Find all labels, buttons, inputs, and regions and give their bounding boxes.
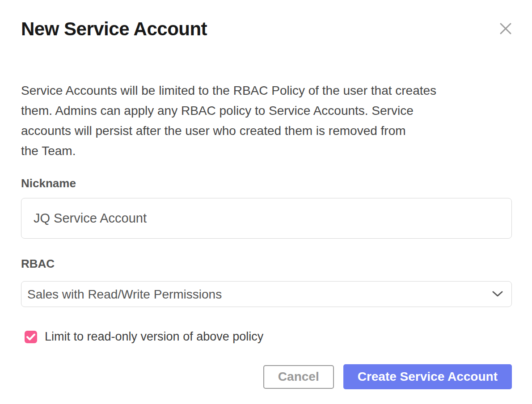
nickname-label: Nickname xyxy=(21,177,512,189)
checkmark-icon xyxy=(26,333,35,341)
description-line: Service Accounts will be limited to the … xyxy=(21,80,512,101)
readonly-checkbox-row: Limit to read-only version of above poli… xyxy=(25,330,512,344)
close-icon xyxy=(499,22,512,35)
cancel-button[interactable]: Cancel xyxy=(263,365,334,389)
close-button[interactable] xyxy=(498,21,513,36)
rbac-select-wrap: Sales with Read/Write Permissions xyxy=(21,281,512,307)
dialog-footer: Cancel Create Service Account xyxy=(21,364,512,389)
readonly-checkbox[interactable] xyxy=(25,331,37,343)
nickname-input[interactable] xyxy=(21,198,512,239)
description-text: Service Accounts will be limited to the … xyxy=(21,80,512,161)
page-title: New Service Account xyxy=(21,19,512,39)
description-line: them. Admins can apply any RBAC policy t… xyxy=(21,101,512,121)
create-service-account-button[interactable]: Create Service Account xyxy=(343,364,512,389)
description-line: the Team. xyxy=(21,141,512,161)
rbac-label: RBAC xyxy=(21,257,512,270)
new-service-account-dialog: New Service Account Service Accounts wil… xyxy=(0,0,532,404)
rbac-select[interactable]: Sales with Read/Write Permissions xyxy=(21,281,512,307)
readonly-checkbox-label[interactable]: Limit to read-only version of above poli… xyxy=(45,330,263,344)
description-line: accounts will persist after the user who… xyxy=(21,121,512,141)
